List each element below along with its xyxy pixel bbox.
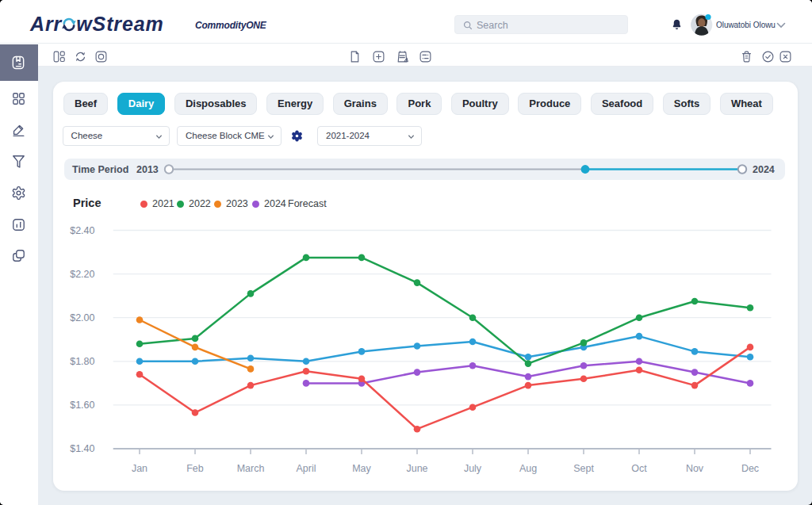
svg-text:$2.40: $2.40 bbox=[70, 225, 94, 236]
svg-text:April: April bbox=[296, 463, 316, 474]
svg-text:March: March bbox=[237, 463, 265, 474]
svg-text:Aug: Aug bbox=[519, 463, 537, 474]
svg-text:Nov: Nov bbox=[686, 463, 704, 474]
svg-text:May: May bbox=[352, 463, 371, 474]
svg-text:$2.20: $2.20 bbox=[70, 269, 94, 280]
svg-text:Dec: Dec bbox=[741, 463, 759, 474]
svg-text:June: June bbox=[406, 463, 427, 474]
svg-text:Oct: Oct bbox=[631, 463, 647, 474]
svg-text:Sept: Sept bbox=[573, 463, 594, 474]
svg-text:$1.40: $1.40 bbox=[70, 443, 94, 454]
svg-text:July: July bbox=[464, 463, 482, 474]
svg-text:Feb: Feb bbox=[186, 463, 204, 474]
svg-text:Jan: Jan bbox=[132, 463, 147, 474]
svg-text:$1.80: $1.80 bbox=[70, 356, 94, 367]
svg-text:$1.60: $1.60 bbox=[70, 400, 94, 411]
svg-text:$2.00: $2.00 bbox=[70, 312, 94, 323]
